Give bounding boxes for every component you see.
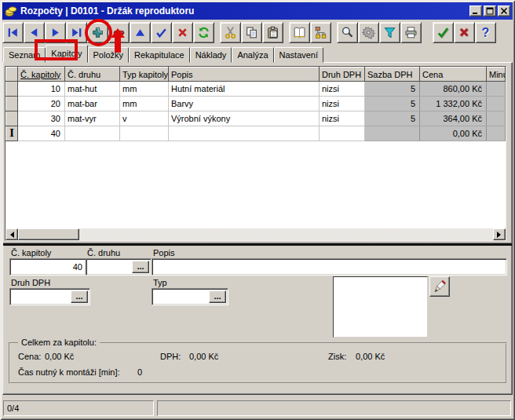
grid-header-row: Č. kapitoly Č. druhu Typ kapitoly Popis … — [6, 68, 506, 82]
maximize-icon — [486, 7, 494, 15]
book-button[interactable] — [289, 22, 310, 43]
scroll-left-icon — [7, 232, 14, 238]
next-record-button[interactable] — [45, 22, 66, 43]
help-button[interactable]: ? — [475, 22, 496, 43]
column-header-druhu[interactable]: Č. druhu — [65, 68, 120, 82]
structure-locks-icon — [314, 26, 327, 39]
tab-rekapitulace[interactable]: Rekapitulace — [129, 47, 190, 63]
table-row[interactable]: 10 mat-hut mm Hutní materiál nizsi 5 860… — [6, 82, 506, 97]
tab-naklady[interactable]: Náklady — [190, 47, 232, 63]
chapters-table: Č. kapitoly Č. druhu Typ kapitoly Popis … — [5, 67, 506, 141]
splitter[interactable] — [3, 243, 512, 246]
refresh-button[interactable] — [193, 22, 214, 43]
scroll-right-icon — [497, 232, 504, 238]
column-header-kapitoly[interactable]: Č. kapitoly — [18, 68, 65, 82]
search-button[interactable] — [337, 22, 358, 43]
delete-record-button[interactable] — [108, 22, 130, 43]
scrollbar-thumb[interactable] — [18, 228, 79, 240]
chapter-number-field[interactable] — [9, 258, 86, 276]
tab-analyza[interactable]: Analýza — [232, 47, 273, 63]
pen-icon — [433, 279, 447, 294]
tab-nastaveni[interactable]: Nastavení — [274, 47, 324, 63]
gear-icon — [362, 26, 375, 39]
column-header-cena[interactable]: Cena — [420, 68, 487, 82]
insert-record-button[interactable] — [87, 22, 108, 43]
refresh-icon — [197, 26, 210, 39]
row-indicator — [6, 82, 18, 97]
dph-lookup-button[interactable]: ... — [71, 290, 88, 303]
edit-indicator-icon: I — [9, 128, 14, 139]
post-record-button[interactable] — [151, 22, 172, 43]
tab-page-kapitoly: Č. kapitoly Č. druhu Typ kapitoly Popis … — [2, 62, 513, 395]
toolbar: ? — [2, 21, 513, 45]
table-row[interactable]: 30 mat-vyr v Výrobní výkony nizsi 5 364,… — [6, 111, 506, 126]
column-header-minut[interactable]: Minut — [487, 68, 506, 82]
table-row-current[interactable]: I 40 0,00 Kč — [6, 126, 506, 141]
filter-funnel-icon — [383, 26, 396, 39]
copy-button[interactable] — [241, 22, 262, 43]
confirm-check-icon — [436, 26, 450, 39]
paste-clipboard-icon — [266, 26, 279, 39]
typ-field[interactable]: ... — [152, 288, 228, 305]
cut-button[interactable] — [220, 22, 241, 43]
prior-record-button[interactable] — [24, 22, 45, 43]
scroll-right-button[interactable] — [493, 228, 506, 240]
edit-record-button[interactable] — [130, 22, 151, 43]
first-record-icon — [6, 26, 20, 39]
print-button[interactable] — [400, 22, 422, 43]
kind-field[interactable]: ... — [86, 258, 152, 276]
edit-triangle-icon — [133, 26, 147, 39]
column-header-druh-dph[interactable]: Druh DPH — [320, 68, 365, 82]
structure-locks-button[interactable] — [310, 22, 331, 43]
status-bar: 0/4 — [2, 397, 513, 418]
close-all-button[interactable] — [454, 22, 475, 43]
total-zisk-value: 0,00 Kč — [356, 352, 385, 361]
table-row[interactable]: 20 mat-bar mm Barvy nizsi 5 1 332,00 Kč — [6, 97, 506, 111]
insert-plus-icon — [91, 26, 104, 39]
kind-lookup-button[interactable]: ... — [132, 261, 149, 273]
tab-seznam[interactable]: Seznam — [3, 47, 46, 63]
total-zisk-label: Zisk: — [328, 352, 346, 361]
popis-field[interactable] — [152, 258, 507, 276]
title-bar[interactable]: Rozpočty | D0101 - Držák reproduktoru — [2, 2, 513, 20]
confirm-button[interactable] — [433, 22, 454, 43]
close-button[interactable] — [498, 5, 510, 16]
dph-kind-label: Druh DPH — [11, 278, 50, 288]
row-indicator — [6, 111, 18, 126]
printer-icon — [404, 26, 418, 39]
close-x-icon — [458, 26, 471, 39]
dph-kind-field[interactable]: ... — [9, 288, 90, 305]
column-header-popis[interactable]: Popis — [169, 68, 320, 82]
cancel-record-button[interactable] — [172, 22, 193, 43]
settings-button[interactable] — [358, 22, 379, 43]
window-controls — [469, 5, 510, 16]
cut-scissors-icon — [224, 26, 237, 39]
column-header-typ[interactable]: Typ kapitoly — [120, 68, 169, 82]
scroll-left-button[interactable] — [5, 228, 18, 240]
grid-horizontal-scrollbar[interactable] — [5, 228, 506, 240]
app-window: Rozpočty | D0101 - Držák reproduktoru — [0, 0, 515, 420]
last-record-button[interactable] — [66, 22, 87, 43]
minimize-button[interactable] — [469, 5, 482, 16]
column-header-sazba-dph[interactable]: Sazba DPH — [365, 68, 420, 82]
first-record-button[interactable] — [2, 22, 24, 43]
tab-bar: Seznam Kapitoly Položky Rekapitulace Nák… — [3, 45, 323, 63]
filter-button[interactable] — [379, 22, 400, 43]
delete-minus-icon — [112, 26, 126, 39]
totals-legend: Celkem za kapitolu: — [18, 338, 100, 347]
kind-label: Č. druhu — [87, 248, 120, 258]
scrollbar-track[interactable] — [79, 228, 493, 240]
help-question-icon: ? — [482, 27, 490, 39]
close-icon — [500, 7, 508, 15]
typ-lookup-button[interactable]: ... — [209, 290, 226, 303]
tab-polozky[interactable]: Položky — [88, 47, 130, 63]
row-indicator-header — [6, 68, 18, 82]
note-edit-button[interactable] — [429, 276, 450, 297]
row-indicator — [6, 97, 18, 111]
note-memo-field[interactable] — [333, 276, 428, 338]
tab-kapitoly[interactable]: Kapitoly — [46, 45, 87, 63]
maximize-button[interactable] — [484, 5, 496, 16]
minimize-icon — [472, 7, 480, 15]
last-record-icon — [70, 26, 83, 39]
paste-button[interactable] — [262, 22, 283, 43]
